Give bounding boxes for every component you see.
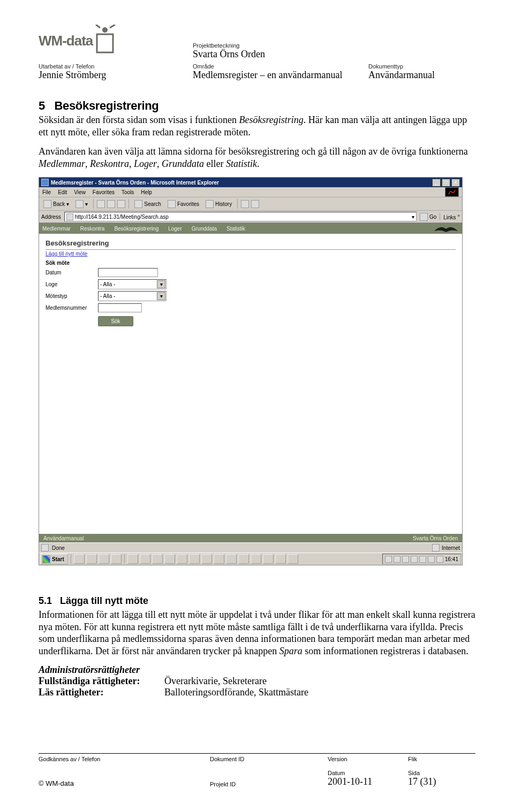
refresh-icon[interactable] [107, 200, 115, 208]
close-button[interactable]: × [451, 179, 460, 187]
input-medlemsnr[interactable] [98, 303, 142, 312]
task-item[interactable] [127, 554, 138, 564]
subsection-number: 5.1 [39, 595, 52, 606]
footer-projektid-label: Projekt ID [210, 781, 328, 787]
go-button[interactable]: Go [420, 213, 436, 221]
task-item[interactable] [152, 554, 163, 564]
address-field[interactable]: http://164.9.211.31/Meeting/Search.asp ▾ [64, 212, 417, 221]
label-datum: Datum [46, 270, 94, 275]
tray-icon[interactable] [428, 556, 435, 563]
chevron-down-icon: ▾ [157, 280, 165, 288]
task-item[interactable] [238, 554, 249, 564]
search-button[interactable]: Sök [98, 316, 133, 326]
maximize-button[interactable]: □ [442, 179, 450, 187]
panel-title: Besöksregistrering [46, 239, 456, 250]
nav-besoksreg[interactable]: Besöksregistrering [114, 226, 158, 232]
menu-favorites[interactable]: Favorites [93, 189, 115, 195]
search-icon [134, 200, 142, 208]
menu-edit[interactable]: Edit [58, 189, 67, 195]
full-rights-value: Överarkivarie, Sekreterare [164, 676, 267, 687]
select-loge[interactable]: - Alla - ▾ [98, 279, 167, 289]
history-button[interactable]: History [203, 200, 234, 209]
task-item[interactable] [251, 554, 261, 564]
wm-data-logo: WM-data [39, 21, 178, 60]
nav-grunddata[interactable]: Grunddata [192, 226, 217, 232]
favorites-button[interactable]: Favorites [165, 200, 201, 209]
footer-datum-value: 2001-10-11 [328, 776, 372, 787]
window-title: Medlemsregister - Svarta Örns Orden - Mi… [51, 180, 432, 186]
back-button[interactable]: Back▾ [41, 200, 71, 209]
select-motestyp[interactable]: - Alla - ▾ [98, 291, 167, 301]
nav-loger[interactable]: Loger [168, 226, 182, 232]
zone-text: Internet [442, 545, 460, 551]
doc-header: WM-data Utarbetat av / Telefon Jennie St… [39, 21, 475, 81]
quicklaunch-icon[interactable] [74, 554, 85, 564]
task-item[interactable] [288, 554, 298, 564]
page-footer: Godkännes av / Telefon Dokument ID Versi… [39, 753, 475, 787]
svg-line-2 [96, 25, 100, 28]
footer-dokid-label: Dokument ID [210, 756, 328, 762]
windows-taskbar: Start [39, 553, 462, 565]
embedded-screenshot: Medlemsregister - Svarta Örns Orden - Mi… [39, 177, 463, 565]
label-loge: Loge [46, 281, 94, 287]
quicklaunch-icon[interactable] [111, 554, 122, 564]
mail-icon[interactable] [241, 200, 249, 208]
tray-icon[interactable] [419, 556, 426, 563]
subsection-paragraph: Informationen för att lägga till ett nyt… [39, 609, 475, 657]
svg-line-3 [110, 25, 115, 28]
section-paragraph-1: Söksidan är den första sidan som visas i… [39, 114, 475, 138]
read-rights-value: Balloteringsordförande, Skattmästare [164, 687, 308, 698]
meta-label: Område [193, 63, 353, 70]
meta-doktyp: Dokumenttyp Användarmanual [368, 61, 475, 81]
menu-bar: File Edit View Favorites Tools Help [39, 187, 462, 197]
nav-medlemmar[interactable]: Medlemmar [42, 226, 71, 232]
section-number: 5 [39, 99, 45, 112]
quicklaunch-icon[interactable] [86, 554, 97, 564]
menu-file[interactable]: File [42, 189, 51, 195]
task-item[interactable] [164, 554, 175, 564]
label-medlemsnr: Medlemsnummer [46, 305, 94, 311]
search-button[interactable]: Search [132, 200, 163, 209]
nav-statistik[interactable]: Statistik [226, 226, 245, 232]
task-item[interactable] [226, 554, 237, 564]
meta-label: Dokumenttyp [368, 63, 475, 70]
tray-icon[interactable] [411, 556, 418, 563]
select-loge-value: - Alla - [100, 281, 115, 287]
ie-brand-icon [445, 187, 459, 197]
address-label: Address [41, 214, 61, 220]
browser-status-bar: Done Internet [39, 542, 462, 553]
task-item[interactable] [140, 554, 150, 564]
page-icon [66, 213, 73, 220]
forward-button[interactable]: ▾ [73, 200, 90, 209]
links-button[interactable]: Links » [440, 213, 460, 220]
task-item[interactable] [275, 554, 286, 564]
task-item[interactable] [214, 554, 224, 564]
back-icon [43, 200, 51, 208]
minimize-button[interactable]: _ [432, 179, 441, 187]
task-item[interactable] [263, 554, 274, 564]
quicklaunch-icon[interactable] [99, 554, 109, 564]
menu-help[interactable]: Help [141, 189, 152, 195]
menu-tools[interactable]: Tools [122, 189, 134, 195]
favorites-icon [168, 200, 176, 208]
tray-icon[interactable] [436, 556, 443, 563]
task-item[interactable] [177, 554, 187, 564]
section-paragraph-2: Användaren kan även välja att lämna sido… [39, 145, 475, 170]
tray-icon[interactable] [394, 556, 400, 563]
chevron-down-icon: ▾ [157, 292, 165, 300]
stop-icon[interactable] [97, 200, 105, 208]
menu-view[interactable]: View [74, 189, 86, 195]
add-meeting-link[interactable]: Lägg till nytt möte [46, 251, 456, 257]
tray-icon[interactable] [402, 556, 409, 563]
tray-icon[interactable] [385, 556, 392, 563]
row-motestyp: Mötestyp - Alla - ▾ [46, 290, 456, 301]
home-icon[interactable] [117, 200, 125, 208]
input-datum[interactable] [98, 268, 158, 277]
task-item[interactable] [189, 554, 200, 564]
nav-reskontra[interactable]: Reskontra [80, 226, 105, 232]
task-item[interactable] [201, 554, 212, 564]
section-heading: 5 Besöksregistrering [39, 99, 475, 113]
forward-icon [75, 200, 84, 208]
print-icon[interactable] [251, 200, 259, 208]
start-button[interactable]: Start [40, 554, 68, 564]
